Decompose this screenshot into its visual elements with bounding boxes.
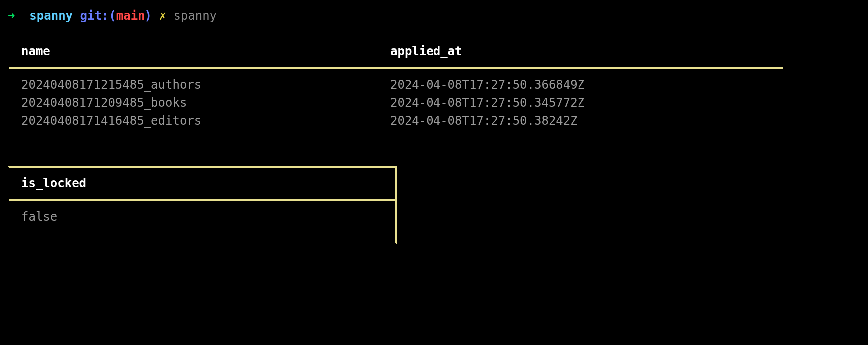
lock-table-header: is_locked <box>9 168 395 201</box>
cell-applied-at: 2024-04-08T17:27:50.366849Z <box>390 76 771 94</box>
cell-is-locked: false <box>21 208 383 226</box>
table-row: 20240408171209485_books 2024-04-08T17:27… <box>21 94 771 112</box>
column-header-applied-at: applied_at <box>390 42 771 60</box>
prompt-dirty-icon: ✗ <box>159 9 166 23</box>
prompt-command: spanny <box>173 9 217 23</box>
cell-name: 20240408171416485_editors <box>21 112 390 130</box>
cell-name: 20240408171215485_authors <box>21 76 390 94</box>
migrations-table: name applied_at 20240408171215485_author… <box>8 34 784 148</box>
prompt-arrow-icon: ➜ <box>8 9 15 23</box>
migrations-table-body: 20240408171215485_authors 2024-04-08T17:… <box>9 69 783 147</box>
cell-name: 20240408171209485_books <box>21 94 390 112</box>
cell-applied-at: 2024-04-08T17:27:50.38242Z <box>390 112 771 130</box>
lock-table-body: false <box>9 201 395 243</box>
column-header-name: name <box>21 42 390 60</box>
migrations-table-header: name applied_at <box>9 35 783 69</box>
cell-applied-at: 2024-04-08T17:27:50.345772Z <box>390 94 771 112</box>
prompt-git-label: git:( <box>80 9 116 23</box>
lock-table: is_locked false <box>8 166 397 244</box>
table-row: false <box>21 208 383 226</box>
table-row: 20240408171416485_editors 2024-04-08T17:… <box>21 112 771 130</box>
column-header-is-locked: is_locked <box>21 174 383 192</box>
prompt-git-close: ) <box>145 9 152 23</box>
prompt-cwd: spanny <box>29 9 73 23</box>
shell-prompt[interactable]: ➜ spanny git:(main) ✗ spanny <box>8 7 860 25</box>
prompt-git-branch: main <box>116 9 145 23</box>
table-row: 20240408171215485_authors 2024-04-08T17:… <box>21 76 771 94</box>
